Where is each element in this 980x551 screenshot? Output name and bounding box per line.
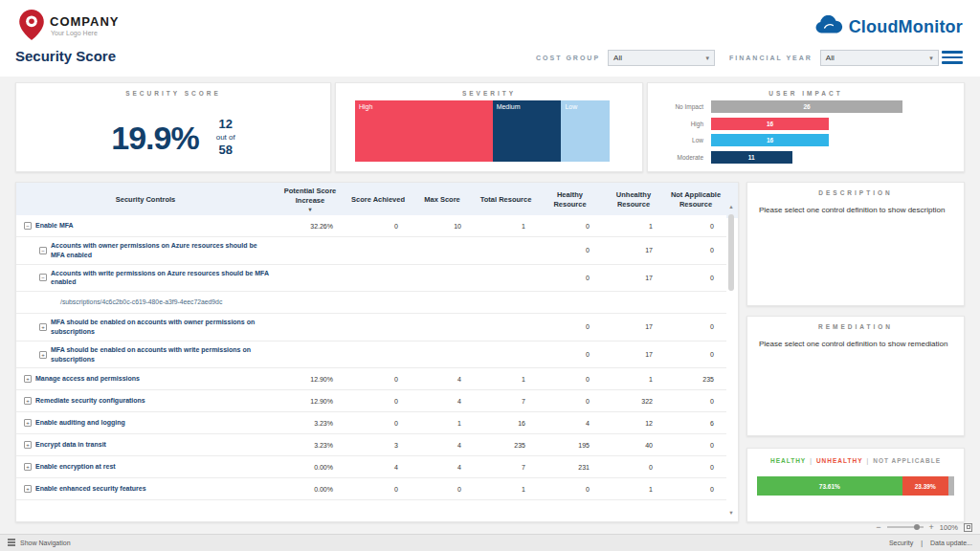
table-cell: 235	[474, 438, 538, 452]
table-cell: 0	[411, 482, 474, 496]
legend-separator: |	[867, 457, 870, 464]
severity-segment-medium[interactable]: Medium	[493, 100, 562, 162]
table-row[interactable]: +Remediate security configurations12.90%…	[16, 390, 726, 412]
user-impact-bar[interactable]: 16	[711, 134, 829, 146]
column-header-4[interactable]: Total Resource	[474, 183, 538, 218]
table-row[interactable]: +Encrypt data in transit3.23%34235195400	[16, 434, 726, 456]
table-cell	[411, 247, 474, 254]
table-cell	[275, 274, 345, 281]
control-name: Manage access and permissions	[35, 374, 140, 384]
table-cell	[411, 323, 474, 331]
table-cell	[538, 298, 602, 306]
user-impact-value: 16	[767, 121, 773, 127]
footer-right: Security | Data update...	[889, 540, 972, 546]
collapse-icon[interactable]: −	[24, 222, 32, 230]
health-segment-2[interactable]	[948, 476, 954, 496]
table-cell	[345, 274, 411, 281]
table-row[interactable]: −Accounts with owner permissions on Azur…	[16, 237, 726, 265]
table-row[interactable]: /subscriptions/4c6c2b0c-c619-480e-a3f9-4…	[16, 292, 726, 314]
user-impact-row: Low16	[661, 133, 902, 147]
user-impact-value: 26	[803, 103, 810, 110]
fit-to-page-icon[interactable]	[964, 523, 972, 532]
expand-icon[interactable]: +	[24, 397, 32, 405]
expand-icon[interactable]: +	[24, 485, 32, 493]
user-impact-category-label: No Impact	[661, 103, 711, 110]
table-cell: 1	[602, 219, 665, 233]
table-row[interactable]: +Manage access and permissions12.90%0410…	[16, 368, 726, 390]
scroll-down-icon[interactable]: ▼	[726, 508, 736, 518]
page-title: Security Score	[15, 48, 116, 64]
health-segment-1[interactable]: 23.39%	[902, 476, 948, 496]
expand-icon[interactable]: +	[24, 463, 32, 471]
table-cell: 12.90%	[275, 372, 345, 386]
table-row[interactable]: +Enable encryption at rest0.00%44723100	[16, 456, 726, 478]
collapse-icon[interactable]: −	[39, 247, 47, 254]
user-impact-bar[interactable]: 11	[711, 151, 792, 164]
sort-descending-icon[interactable]: ▾	[308, 207, 311, 214]
zoom-in-button[interactable]: +	[929, 522, 934, 532]
table-cell: 4	[411, 438, 474, 452]
severity-segment-low[interactable]: Low	[561, 100, 610, 162]
expand-icon[interactable]: +	[24, 419, 32, 427]
collapse-icon[interactable]: −	[39, 274, 47, 281]
column-header-label: Security Controls	[116, 195, 176, 205]
table-cell: 322	[602, 394, 665, 408]
show-navigation-toggle[interactable]: Show Navigation	[8, 539, 71, 547]
control-name: /subscriptions/4c6c2b0c-c619-480e-a3f9-4…	[60, 298, 222, 307]
column-header-3[interactable]: Max Score	[411, 183, 474, 218]
table-header: Security ControlsPotential Score Increas…	[16, 183, 739, 218]
table-cell: 195	[538, 438, 602, 452]
company-logo-pin-icon	[19, 10, 44, 44]
table-cell: 3	[345, 438, 411, 452]
zoom-slider[interactable]	[887, 526, 924, 528]
health-segment-0[interactable]: 73.61%	[757, 476, 902, 496]
table-cell	[474, 323, 538, 331]
control-name-cell: +Encrypt data in transit	[16, 436, 275, 453]
table-row[interactable]: +MFA should be enabled on accounts with …	[16, 314, 726, 342]
user-impact-bar[interactable]: 26	[711, 100, 902, 113]
health-card: HEALTHY|UNHEALTHY|NOT APPLICABLE 73.61%2…	[746, 448, 965, 522]
table-cell: 0	[538, 394, 602, 408]
expand-icon[interactable]: +	[24, 441, 32, 449]
column-header-1[interactable]: Potential Score Increase▾	[275, 183, 345, 218]
table-row[interactable]: −Enable MFA32.26%0101010	[16, 215, 726, 237]
table-cell: 17	[602, 320, 665, 334]
footer-page-name[interactable]: Security	[889, 540, 913, 546]
table-cell: 0	[538, 372, 602, 386]
table-cell: 0	[538, 320, 602, 334]
expand-icon[interactable]: +	[24, 375, 32, 383]
column-header-7[interactable]: Not Applicable Resource	[665, 183, 726, 218]
table-cell: 0	[538, 482, 602, 496]
zoom-slider-thumb[interactable]	[914, 524, 920, 530]
zoom-out-button[interactable]: −	[876, 522, 880, 532]
chevron-down-icon: ▾	[706, 55, 710, 62]
financial-year-dropdown[interactable]: All ▾	[820, 50, 939, 66]
cost-group-dropdown[interactable]: All ▾	[608, 50, 715, 66]
table-cell: 0	[665, 243, 726, 257]
scroll-up-icon[interactable]: ▲	[726, 202, 736, 211]
table-body: −Enable MFA32.26%0101010−Accounts with o…	[16, 215, 726, 521]
control-name-cell: +Enable enhanced security features	[16, 480, 275, 497]
control-name: Accounts with owner permissions on Azure…	[51, 241, 271, 260]
table-row[interactable]: +MFA should be enabled on accounts with …	[16, 342, 726, 369]
column-header-5[interactable]: Healthy Resource	[538, 183, 602, 218]
severity-segment-high[interactable]: High	[355, 100, 493, 162]
navigation-icon	[8, 539, 15, 547]
expand-icon[interactable]: +	[39, 323, 47, 331]
column-header-2[interactable]: Score Achieved	[345, 183, 411, 218]
table-scrollbar[interactable]: ▲ ▼	[726, 202, 736, 518]
user-impact-category-label: Moderate	[661, 154, 711, 161]
column-header-label: Potential Score Increase	[278, 187, 343, 206]
menu-icon[interactable]	[942, 51, 963, 67]
scrollbar-thumb[interactable]	[728, 214, 734, 291]
table-cell: 235	[665, 372, 726, 386]
column-header-0[interactable]: Security Controls	[16, 183, 275, 218]
table-cell	[345, 323, 411, 331]
user-impact-bar[interactable]: 16	[711, 118, 829, 130]
table-row[interactable]: −Accounts with write permissions on Azur…	[16, 265, 726, 293]
column-header-6[interactable]: Unhealthy Resource	[602, 183, 665, 218]
expand-icon[interactable]: +	[39, 351, 47, 359]
table-cell: 32.26%	[275, 219, 345, 233]
table-row[interactable]: +Enable auditing and logging3.23%0116412…	[16, 412, 726, 434]
table-row[interactable]: +Enable enhanced security features0.00%0…	[16, 478, 726, 500]
